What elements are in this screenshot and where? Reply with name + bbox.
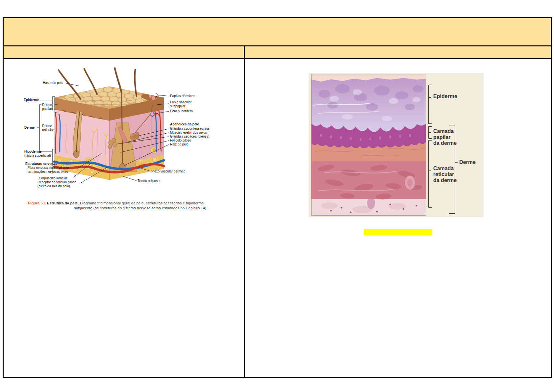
- histology-figure: Epiderme Camada papilar da derme Derme C…: [309, 73, 484, 217]
- label-receptor-foliculo: Receptor do folículo piloso (plexo da ra…: [38, 180, 76, 188]
- histology-label-derme: Derme: [459, 159, 476, 165]
- skin-diagram-figure: Haste do pelo Epiderme Derme papilar Der…: [23, 67, 212, 219]
- histology-label-camada-papilar: Camada papilar da derme: [433, 128, 457, 146]
- label-raiz-do-pelo: Raiz do pelo: [170, 143, 189, 146]
- label-haste-do-pelo: Haste do pelo: [33, 81, 63, 85]
- label-estruturas-nervosas: Estruturas nervosas: [25, 162, 57, 166]
- header-row: [4, 46, 551, 59]
- figure-caption: Figura 5.1 Estrutura da pele. Diagrama t…: [28, 201, 210, 211]
- histology-brackets: [309, 73, 484, 217]
- label-fibra-nervosa: Fibra nervosa sensorial com terminações …: [28, 166, 69, 173]
- header-cell-left: [4, 46, 245, 58]
- header-cell-right: [245, 46, 551, 58]
- figure-caption-line1: Diagrama tridimensional geral da pele, e…: [80, 201, 204, 205]
- label-corpusculo-lamelar: Corpúsculo lamelar: [39, 176, 67, 180]
- histology-label-camada-reticular: Camada reticular da derme: [433, 166, 457, 183]
- label-musculo-eretor: Músculo eretor dos pelos: [170, 131, 207, 135]
- label-glandula-sudorifera: Glândula sudorífera écrina: [170, 127, 209, 131]
- label-epiderme: Epiderme: [24, 98, 39, 102]
- label-hipoderme-sub: (fáscia superficial): [24, 154, 51, 158]
- title-banner: [4, 18, 551, 46]
- label-hipoderme: Hipoderme: [24, 150, 41, 154]
- document-page: Haste do pelo Epiderme Derme papilar Der…: [0, 0, 554, 392]
- histology-label-epiderme: Epiderme: [433, 93, 457, 99]
- label-papilas-dermicas: Papilas dérmicas: [170, 94, 195, 98]
- label-poro-sudorifero: Poro sudorífero: [170, 109, 193, 113]
- highlighted-blank-answer: [364, 229, 432, 235]
- label-apendices-da-pele: Apêndices da pele: [170, 122, 199, 126]
- label-glandula-sebacea: Glândula sebácea (oleosa): [170, 135, 210, 139]
- label-plexo-vascular-dermico: Plexo vascular dérmico: [151, 170, 185, 173]
- label-derme-papilar: Derme papilar: [42, 103, 52, 111]
- label-plexo-vascular-subpapilar: Plexo vascular subpapilar: [170, 100, 191, 108]
- label-tecido-adiposo: Tecido adiposo: [138, 179, 160, 183]
- figure-caption-line2: subjacente (as estruturas do sistema ner…: [74, 206, 210, 211]
- label-foliculo-piloso: Folículo piloso: [170, 139, 191, 143]
- figure-number: Figura 5.1: [28, 201, 46, 205]
- label-derme: Derme: [24, 126, 35, 130]
- figure-title: Estrutura da pele.: [47, 201, 79, 205]
- label-derme-reticular: Derme reticular: [42, 124, 54, 132]
